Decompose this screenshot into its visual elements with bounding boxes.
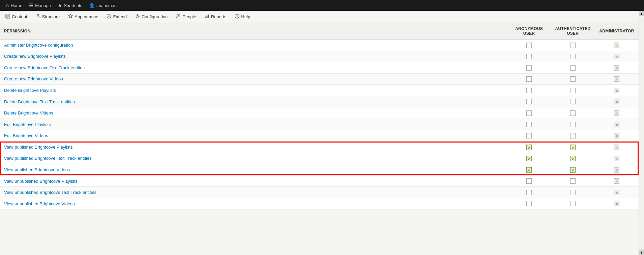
checkbox-disabled: ✕ [614, 145, 619, 150]
auth-cell[interactable] [551, 175, 595, 187]
admin-bar-home[interactable]: ⌂ Home [3, 0, 26, 11]
checkbox-empty[interactable] [526, 122, 532, 127]
nav-reports[interactable]: Reports [201, 11, 231, 23]
checkbox-empty[interactable] [570, 190, 576, 195]
checkbox-checked[interactable]: ✔ [570, 145, 576, 150]
anon-cell[interactable] [507, 85, 551, 96]
admin-bar-user[interactable]: 👤 shausman [86, 0, 120, 11]
auth-cell[interactable] [551, 73, 595, 85]
nav-configuration[interactable]: Configuration [131, 11, 172, 23]
checkbox-empty[interactable] [570, 65, 576, 71]
checkbox-empty[interactable] [526, 190, 532, 195]
nav-structure[interactable]: Structure [32, 11, 64, 23]
anon-cell[interactable]: ✔ [507, 153, 551, 164]
auth-cell[interactable]: ✔ [551, 142, 595, 153]
permission-name-cell[interactable]: Delete Brightcove Videos [0, 107, 507, 119]
checkbox-empty[interactable] [570, 122, 576, 127]
auth-cell[interactable] [551, 51, 595, 62]
auth-cell[interactable] [551, 62, 595, 74]
nav-people-label: People [182, 14, 196, 19]
nav-content[interactable]: Content [1, 11, 32, 23]
checkbox-disabled: ✕ [614, 76, 619, 82]
checkbox-empty[interactable] [526, 43, 532, 48]
permission-name-cell[interactable]: Administer Brightcove configuration [0, 40, 507, 51]
anon-cell[interactable]: ✔ [507, 164, 551, 176]
permission-name-cell[interactable]: Edit Brightcove Playlists [0, 119, 507, 130]
table-container: PERMISSION ANONYMOUS USER AUTHENTICATED … [0, 23, 639, 209]
checkbox-empty[interactable] [526, 201, 532, 206]
admin-bar-shortcuts[interactable]: ★ Shortcuts [54, 0, 86, 11]
anon-cell[interactable]: ✔ [507, 142, 551, 153]
anon-cell[interactable] [507, 73, 551, 85]
anon-cell[interactable] [507, 51, 551, 62]
checkbox-disabled: ✕ [614, 178, 619, 184]
admin-bar-manage[interactable]: ☰ Manage [26, 0, 54, 11]
auth-cell[interactable]: ✔ [551, 164, 595, 176]
checkbox-empty[interactable] [570, 110, 576, 116]
appearance-icon [68, 14, 73, 20]
checkbox-empty[interactable] [570, 54, 576, 59]
anon-cell[interactable] [507, 198, 551, 209]
anon-cell[interactable] [507, 40, 551, 51]
auth-cell[interactable]: ✔ [551, 153, 595, 164]
permission-name-cell[interactable]: Edit Brightcove Videos [0, 130, 507, 142]
nav-structure-label: Structure [42, 14, 60, 19]
auth-cell[interactable] [551, 119, 595, 130]
checkbox-empty[interactable] [526, 99, 532, 104]
checkbox-checked[interactable]: ✔ [570, 167, 576, 173]
auth-cell[interactable] [551, 96, 595, 107]
permission-name-cell[interactable]: Create new Brightcove Videos [0, 73, 507, 85]
checkbox-empty[interactable] [570, 99, 576, 104]
anon-cell[interactable] [507, 119, 551, 130]
anon-cell[interactable] [507, 175, 551, 187]
permission-name-cell[interactable]: View unpublished Brightcove Text Track e… [0, 187, 507, 198]
checkbox-empty[interactable] [570, 201, 576, 206]
auth-cell[interactable] [551, 85, 595, 96]
checkbox-empty[interactable] [526, 76, 532, 82]
checkbox-checked[interactable]: ✔ [526, 156, 532, 161]
checkbox-empty[interactable] [570, 178, 576, 184]
checkbox-empty[interactable] [570, 88, 576, 93]
permission-name-cell[interactable]: View published Brightcove Text Track ent… [0, 153, 507, 164]
checkbox-checked[interactable]: ✔ [570, 156, 576, 161]
checkbox-empty[interactable] [526, 65, 532, 71]
checkbox-checked[interactable]: ✔ [526, 167, 532, 173]
checkbox-empty[interactable] [526, 54, 532, 59]
permission-name-cell[interactable]: Delete Brightcove Playlists [0, 85, 507, 96]
permission-name-cell[interactable]: View unpublished Brightcove Playlists [0, 175, 507, 187]
anon-cell[interactable] [507, 62, 551, 74]
permission-name-cell[interactable]: View published Brightcove Playlists [0, 142, 507, 153]
anon-cell[interactable] [507, 107, 551, 119]
checkbox-empty[interactable] [526, 133, 532, 138]
checkbox-checked[interactable]: ✔ [526, 145, 532, 150]
permission-name-cell[interactable]: View published Brightcove Videos [0, 164, 507, 176]
scrollbar[interactable]: ▲ ▼ [639, 11, 644, 209]
table-row: Delete Brightcove Playlists✕ [0, 85, 639, 96]
scrollbar-up[interactable]: ▲ [639, 11, 644, 16]
checkbox-empty[interactable] [526, 178, 532, 184]
checkbox-empty[interactable] [570, 43, 576, 48]
table-row: View published Brightcove Text Track ent… [0, 153, 639, 164]
anon-cell[interactable] [507, 187, 551, 198]
permission-name-cell[interactable]: Delete Brightcove Text Track entities [0, 96, 507, 107]
nav-help[interactable]: ? Help [231, 11, 255, 23]
star-icon: ★ [58, 3, 62, 8]
nav-extend[interactable]: Extend [103, 11, 131, 23]
table-header-row: PERMISSION ANONYMOUS USER AUTHENTICATED … [0, 23, 639, 40]
permission-name-cell[interactable]: Create new Brightcove Text Track entitie… [0, 62, 507, 74]
permission-name-cell[interactable]: Create new Brightcove Playlists [0, 51, 507, 62]
auth-cell[interactable] [551, 130, 595, 142]
nav-appearance[interactable]: Appearance [64, 11, 103, 23]
auth-cell[interactable] [551, 107, 595, 119]
checkbox-empty[interactable] [526, 110, 532, 116]
auth-cell[interactable] [551, 198, 595, 209]
checkbox-empty[interactable] [526, 88, 532, 93]
auth-cell[interactable] [551, 187, 595, 198]
anon-cell[interactable] [507, 130, 551, 142]
nav-people[interactable]: People [172, 11, 200, 23]
auth-cell[interactable] [551, 40, 595, 51]
checkbox-empty[interactable] [570, 133, 576, 138]
anon-cell[interactable] [507, 96, 551, 107]
checkbox-empty[interactable] [570, 76, 576, 82]
permission-name-cell[interactable]: View unpublished Brightcove Videos [0, 198, 507, 209]
